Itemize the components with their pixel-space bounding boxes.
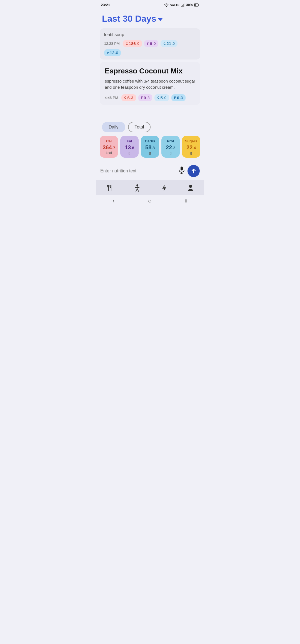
send-arrow-icon [191,168,197,174]
food-meta: 12:28 PM C 186.0 F 6.0 C 21.0 P 12.0 [104,40,196,56]
nav-lightning[interactable] [161,184,167,192]
food-card-title: lentil soup [104,32,196,37]
food-card-large-title: Espresso Coconut Mix [105,67,195,75]
nav-profile[interactable] [187,184,194,192]
food-meta-espresso: 4:46 PM C 6.3 F 0.8 C 5.0 P 0.3 [105,94,195,101]
food-card-lentil-soup[interactable]: lentil soup 12:28 PM C 186.0 F 6.0 C 21.… [100,28,200,60]
food-time: 12:28 PM [104,41,120,46]
battery-text: 30% [186,3,193,7]
lightning-icon [161,184,167,192]
send-button[interactable] [188,165,200,177]
signal-icon [181,3,185,7]
tile-sugars-label: Sugars [185,139,197,143]
utensils-icon [106,184,113,192]
nav-activity[interactable] [134,184,141,192]
daily-toggle[interactable]: Daily [102,122,125,132]
nav-food[interactable] [106,184,113,192]
calorie-badge-espresso: C 6.3 [121,94,136,101]
carb-badge: C 21.0 [161,40,177,47]
recent-button[interactable]: ⦀ [185,199,188,204]
toggle-section: Daily Total [96,116,204,136]
total-toggle[interactable]: Total [128,122,151,132]
back-button[interactable]: ‹ [112,197,114,205]
profile-icon [187,184,194,192]
protein-tile[interactable]: Prot 22.2 g [161,136,180,158]
tile-cal-unit: kcal [106,151,112,155]
calorie-tile[interactable]: Cal 364.7 kcal [100,136,118,158]
period-title: Last 30 Days [102,14,156,24]
tile-carbs-label: Carbs [145,139,155,143]
nutrition-grid: Cal 364.7 kcal Fat 13.8 g Carbs 58.8 g P… [96,136,204,162]
tile-cal-value: 364.7 [102,144,115,150]
tile-prot-value: 22.2 [166,144,175,150]
svg-rect-3 [184,3,184,7]
time: 23:21 [101,3,110,7]
period-selector[interactable]: Last 30 Days [102,14,198,24]
wifi-icon [164,3,169,7]
system-nav: ‹ ○ ⦀ [96,195,204,209]
nutrition-text-input[interactable] [100,169,176,174]
tile-fat-unit: g [129,151,131,155]
calorie-badge: C 186.0 [123,40,142,47]
tile-carbs-value: 58.8 [145,144,155,150]
carb-badge-espresso: C 5.0 [154,94,169,101]
tile-carbs-unit: g [149,151,151,155]
header: Last 30 Days [96,9,204,26]
signal-text: VoLTE [170,3,179,7]
svg-rect-1 [182,5,182,7]
microphone-icon[interactable] [179,166,185,176]
person-standing-icon [134,184,141,192]
carbs-tile[interactable]: Carbs 58.8 g [141,136,159,158]
svg-line-16 [137,189,139,191]
svg-rect-7 [181,167,183,170]
svg-rect-6 [199,4,199,6]
svg-rect-2 [183,4,184,7]
protein-badge: P 12.0 [104,49,121,56]
fat-badge: F 6.0 [144,40,158,47]
fat-badge-espresso: F 0.8 [138,94,152,101]
tile-cal-label: Cal [106,139,112,143]
fat-tile[interactable]: Fat 13.8 g [120,136,139,158]
status-icons: VoLTE 30% [164,3,199,7]
battery-icon [194,3,199,7]
svg-line-15 [136,189,137,191]
food-card-espresso-coconut[interactable]: Espresso Coconut Mix espresso coffee wit… [100,62,200,105]
svg-point-17 [189,185,192,188]
protein-badge-espresso: P 0.3 [171,94,186,101]
chevron-down-icon [158,18,162,21]
bottom-nav [96,180,204,195]
tile-sugars-unit: g [190,151,192,155]
home-button[interactable]: ○ [148,197,152,205]
tile-prot-label: Prot [167,139,174,143]
tile-sugars-value: 22.4 [186,144,196,150]
svg-rect-0 [181,6,182,7]
food-time-espresso: 4:46 PM [105,96,118,100]
status-bar: 23:21 VoLTE 30% [96,0,204,9]
svg-rect-5 [194,4,196,6]
food-description: espresso coffee with 3/4 teaspoon coconu… [105,78,195,90]
sugars-tile[interactable]: Sugars 22.4 g [182,136,200,158]
input-bar [96,162,204,180]
tile-fat-value: 13.8 [125,144,134,150]
tile-fat-label: Fat [127,139,132,143]
tile-prot-unit: g [170,151,172,155]
